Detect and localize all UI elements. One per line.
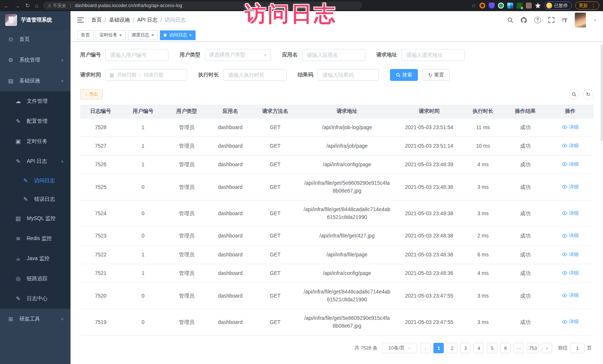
column-header: 用户类型 xyxy=(165,105,209,118)
refresh-table-button[interactable]: ↻ xyxy=(583,89,593,99)
extension-icon[interactable] xyxy=(535,3,541,9)
java-icon: ☕ xyxy=(14,255,22,262)
sidebar-item-access-log[interactable]: ✎ 访问日志 xyxy=(0,171,71,190)
page-number-button[interactable]: 5 xyxy=(487,343,497,353)
extension-icon[interactable] xyxy=(517,3,522,9)
address-bar[interactable]: ⚠ 不安全 | dashboard.yudao.iocoder.cn/infra… xyxy=(43,1,362,10)
detail-link[interactable]: 详细 xyxy=(562,142,579,150)
sidebar-item-infra[interactable]: ▤ 基础设施 ∧ xyxy=(0,70,71,91)
detail-link[interactable]: 详细 xyxy=(562,269,579,277)
prev-page-button[interactable]: ‹ xyxy=(420,343,430,353)
page-number-button[interactable]: 6 xyxy=(500,343,511,353)
fullscreen-icon[interactable] xyxy=(548,17,554,23)
sidebar-item-redis-monitor[interactable]: ≋ Redis 监控 xyxy=(0,229,71,249)
sidebar-item-java-monitor[interactable]: ☕ Java 监控 xyxy=(0,249,71,269)
extension-icon[interactable] xyxy=(498,3,504,9)
detail-link[interactable]: 详细 xyxy=(562,251,579,258)
toggle-search-button[interactable] xyxy=(569,89,579,99)
sidebar-item-system[interactable]: ⚙ 系统管理 ∨ xyxy=(0,50,71,70)
browser-update-button[interactable]: 更新 ⋮ xyxy=(575,1,600,10)
github-icon[interactable] xyxy=(521,17,527,23)
bookmark-star-icon[interactable]: ☆ xyxy=(471,3,476,9)
detail-link[interactable]: 详细 xyxy=(562,232,579,239)
select-placeholder: 请选择用户类型 xyxy=(209,52,263,58)
result-code-input[interactable] xyxy=(318,69,379,81)
detail-link[interactable]: 详细 xyxy=(562,124,579,131)
cell-request-time: 2021-05-03 23:48:38 xyxy=(396,245,463,264)
hamburger-icon[interactable] xyxy=(77,17,84,23)
sidebar-item-scheduled-jobs[interactable]: ▣ 定时任务 xyxy=(0,131,71,151)
sidebar-item-error-log[interactable]: ✎ 错误日志 xyxy=(0,190,71,209)
breadcrumb-item[interactable]: 首页 xyxy=(91,17,102,23)
sidebar-item-trace[interactable]: ◎ 链路追踪 xyxy=(0,269,71,289)
tab-access-log[interactable]: 访问日志 × xyxy=(160,30,196,40)
duration-input[interactable] xyxy=(223,69,286,81)
browser-forward-icon[interactable]: → xyxy=(14,3,20,9)
page-size-value: 10条/页 xyxy=(389,345,405,351)
page-number-button[interactable]: 2 xyxy=(447,343,457,353)
detail-link[interactable]: 详细 xyxy=(562,318,579,325)
export-button[interactable]: ↓ 导出 xyxy=(80,89,103,99)
end-date-placeholder: 结束日期 xyxy=(144,72,163,78)
goto-label: 前往 xyxy=(558,345,568,351)
page-size-select[interactable]: 10条/页 ∨ xyxy=(382,343,417,353)
breadcrumb-item[interactable]: 基础设施 xyxy=(109,17,130,23)
detail-link[interactable]: 详细 xyxy=(562,292,579,299)
cell-method: GET xyxy=(252,245,298,264)
sidebar-item-mysql-monitor[interactable]: ▥ MySQL 监控 xyxy=(0,209,71,229)
search-icon[interactable] xyxy=(507,17,513,23)
sidebar-item-log-center[interactable]: ✎ 日志中心 xyxy=(0,289,71,309)
page-number-button[interactable]: 3 xyxy=(460,343,471,353)
sidebar-item-config-manage[interactable]: ✎ 配置管理 xyxy=(0,111,71,131)
breadcrumb-item[interactable]: API 日志 xyxy=(137,17,157,23)
next-page-button[interactable]: › xyxy=(542,343,552,353)
browser-home-icon[interactable]: ⌂ xyxy=(35,3,39,9)
request-time-range-picker[interactable]: ▦ 开始日期 - 结束日期 xyxy=(105,69,187,81)
cell-action: 详细 xyxy=(547,309,593,335)
detail-link[interactable]: 详细 xyxy=(562,210,579,217)
extension-icon[interactable] xyxy=(526,3,532,9)
close-icon[interactable]: × xyxy=(151,33,154,37)
request-url-input[interactable] xyxy=(402,49,465,61)
font-size-icon[interactable]: TT xyxy=(562,17,567,23)
cell-method: GET xyxy=(252,309,298,335)
column-header: 操作 xyxy=(547,105,593,118)
extension-icon[interactable] xyxy=(489,3,495,9)
help-icon[interactable]: ? xyxy=(534,17,541,23)
chevron-down-icon[interactable]: ∨ xyxy=(593,18,596,22)
user-avatar[interactable] xyxy=(575,13,586,27)
search-button[interactable]: 搜索 xyxy=(390,69,418,81)
app-name-input[interactable] xyxy=(302,49,365,61)
browser-profile-chip[interactable]: 已暂停 xyxy=(544,1,572,10)
scrollbar-thumb[interactable] xyxy=(601,45,603,141)
reset-button[interactable]: ↻ 重置 xyxy=(422,69,450,81)
goto-page-input[interactable] xyxy=(570,343,585,353)
detail-link[interactable]: 详细 xyxy=(562,161,579,168)
detail-link[interactable]: 详细 xyxy=(562,183,579,191)
close-icon[interactable]: × xyxy=(189,33,192,37)
sidebar-item-file-manage[interactable]: ☁ 文件管理 xyxy=(0,91,71,111)
browser-menu-dots-icon[interactable]: ⋮ xyxy=(591,3,596,9)
sidebar-item-home[interactable]: ⊙ 首页 xyxy=(0,29,71,50)
page-number-button[interactable]: 753 xyxy=(527,343,539,353)
extension-icon[interactable] xyxy=(507,3,513,9)
page-number-button[interactable]: 1 xyxy=(433,343,444,353)
tab-schedule-log[interactable]: 调度日志 × xyxy=(128,30,158,40)
browser-back-icon[interactable]: ← xyxy=(4,3,9,9)
cell-result: 成功 xyxy=(504,137,547,155)
browser-reload-icon[interactable]: ↻ xyxy=(25,2,30,9)
more-pages-button[interactable]: ··· xyxy=(514,343,524,353)
scrollbar[interactable] xyxy=(600,11,603,364)
extension-icon[interactable] xyxy=(479,3,485,9)
close-icon[interactable]: × xyxy=(119,33,122,37)
user-id-input[interactable] xyxy=(105,49,168,61)
tab-scheduled-jobs[interactable]: 定时任务 × xyxy=(96,30,126,40)
user-type-select[interactable]: 请选择用户类型 ∨ xyxy=(205,49,271,61)
page-number-button[interactable]: 4 xyxy=(473,343,484,353)
tab-home[interactable]: 首页 xyxy=(77,30,94,40)
gear-icon: ⚙ xyxy=(7,57,15,63)
table-header-row: 日志编号 用户编号 用户类型 应用名 请求方法名 请求地址 请求时间 执行时长 … xyxy=(80,105,593,118)
eye-icon xyxy=(562,211,567,215)
sidebar-item-dev-tools[interactable]: ⊞ 研发工具 ∨ xyxy=(0,309,71,329)
sidebar-item-api-log[interactable]: ✎ API 日志 ∧ xyxy=(0,151,71,171)
